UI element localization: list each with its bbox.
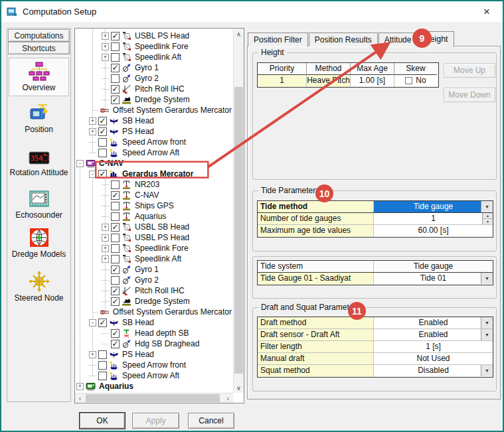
tree-item-label[interactable]: Gyro 1	[133, 264, 160, 275]
tree-checkbox[interactable]: ✓	[111, 287, 120, 295]
spinner-up-icon[interactable]: ▲	[483, 213, 493, 219]
scroll-left-icon[interactable]: ‹	[75, 394, 85, 403]
tree-checkbox[interactable]: ✓	[111, 32, 120, 40]
tree-checkbox[interactable]	[111, 180, 120, 189]
tree-expand-toggle[interactable]: +	[89, 117, 96, 125]
tree-item-label[interactable]: C-NAV	[133, 190, 160, 200]
cancel-button[interactable]: Cancel	[188, 413, 234, 429]
tree-row[interactable]: ✓Gyro 1	[75, 62, 233, 73]
tree-item-label[interactable]: SB Head	[121, 317, 155, 328]
sidebar-item-rotation-attitude[interactable]: 354 Rotation Attitude	[9, 147, 69, 177]
tree-item-label[interactable]: Speedlink Fore	[133, 41, 190, 52]
tree-checkbox[interactable]	[111, 244, 120, 253]
tree-checkbox[interactable]: ✓	[98, 170, 107, 179]
tree-checkbox[interactable]	[98, 361, 107, 370]
scroll-right-icon[interactable]: ›	[223, 394, 233, 403]
tree-checkbox[interactable]: ✓	[111, 223, 120, 232]
tree-expand-toggle[interactable]: -	[89, 319, 96, 326]
tree-row[interactable]: +USBL PS Head	[75, 232, 233, 243]
tree-row[interactable]: Gyro 2	[75, 73, 233, 84]
tree-row[interactable]: +✓USBL SB Head	[75, 222, 233, 232]
parameter-value[interactable]: Enabled▼	[374, 317, 493, 328]
tree-expand-toggle[interactable]: +	[76, 383, 84, 390]
skew-cell[interactable]: No	[394, 75, 437, 87]
tree-row[interactable]: Speed Arrow Aft	[75, 370, 233, 381]
scroll-thumb[interactable]	[86, 394, 220, 402]
tree-row[interactable]: ✓Head depth SB	[75, 328, 233, 338]
parameter-value[interactable]: Enabled▼	[374, 329, 493, 340]
tree-row[interactable]: +✓USBL PS Head	[75, 31, 233, 41]
tree-checkbox[interactable]	[111, 234, 120, 242]
tree-vertical-scrollbar[interactable]: ∧ ∨	[233, 29, 244, 393]
tree-row[interactable]: Offset System Gerardus Mercator	[75, 105, 233, 115]
tree-item-label[interactable]: Gyro 2	[133, 275, 160, 285]
shortcuts-button[interactable]: Shortcuts	[8, 42, 70, 54]
tree-item-label[interactable]: USBL PS Head	[133, 232, 191, 243]
tree-item-label[interactable]: USBL SB Head	[133, 222, 191, 232]
tree-checkbox[interactable]: ✓	[98, 117, 107, 125]
tree-expand-toggle[interactable]: +	[102, 255, 109, 263]
tree-row[interactable]: +Aquarius	[75, 381, 233, 392]
tree-checkbox[interactable]	[98, 372, 107, 380]
parameter-value[interactable]: 60.00 [s]	[374, 225, 493, 237]
apply-button[interactable]: Apply	[132, 413, 179, 429]
tree-item-label[interactable]: SB Head	[121, 115, 155, 126]
tree-item-label[interactable]: Speedlink Fore	[133, 243, 190, 253]
tree-checkbox[interactable]: ✓	[98, 319, 107, 327]
scroll-thumb[interactable]	[234, 87, 243, 374]
parameter-value[interactable]: Disabled▼	[374, 365, 493, 377]
tree-expand-toggle[interactable]: +	[102, 33, 109, 40]
parameter-value[interactable]: 1▲▼	[374, 213, 493, 224]
tree-item-label[interactable]: NR203	[133, 179, 161, 190]
sidebar-item-echosounder[interactable]: Echosounder	[9, 186, 69, 220]
tree-expand-toggle[interactable]: +	[102, 224, 109, 231]
tree-row[interactable]: ✓Pitch Roll IHC	[75, 84, 233, 94]
parameter-value[interactable]: 1 [s]	[374, 341, 493, 352]
tree-checkbox[interactable]	[111, 42, 120, 51]
tree-checkbox[interactable]	[111, 53, 120, 62]
tree-row[interactable]: Speed Arrow front	[75, 360, 233, 370]
dropdown-arrow-icon[interactable]: ▼	[481, 273, 493, 284]
tree-row[interactable]: Gyro 2	[75, 275, 233, 285]
sidebar-item-overview[interactable]: Overview	[9, 58, 69, 96]
spinner-down-icon[interactable]: ▼	[483, 219, 493, 224]
sidebar-item-position[interactable]: Position	[9, 100, 69, 137]
tree-checkbox[interactable]: ✓	[111, 329, 120, 338]
tree-item-label[interactable]: Aquarius	[133, 211, 167, 222]
tree-item-label[interactable]: Hdg SB Draghead	[133, 338, 201, 349]
tree-checkbox[interactable]	[98, 149, 107, 157]
tree-item-label[interactable]: Speed Arrow Aft	[121, 370, 181, 381]
sidebar-item-steered-node[interactable]: Steered Node	[9, 269, 69, 305]
tree-item-label[interactable]: Speed Arrow front	[121, 360, 187, 370]
tree-expand-toggle[interactable]: +	[102, 43, 109, 50]
tree-row[interactable]: -✓SB Head	[75, 317, 233, 328]
tree-item-label[interactable]: Ships GPS	[133, 200, 175, 211]
tab-height[interactable]: Height	[418, 31, 454, 47]
move-up-button[interactable]: Move Up	[444, 63, 495, 78]
tree-row[interactable]: Aquarius	[75, 211, 233, 222]
computations-button[interactable]: Computations	[8, 29, 70, 42]
parameter-value[interactable]: Not Used	[374, 353, 493, 364]
tree-item-label[interactable]: Speed Arrow front	[121, 137, 187, 147]
tree-row[interactable]: Offset System Gerardus Mercator	[75, 307, 233, 317]
tree-row[interactable]: ✓Dredge System	[75, 296, 233, 307]
tree-item-label[interactable]: Gerardus Mercator	[121, 169, 195, 179]
tree-item-label[interactable]: Gyro 1	[133, 62, 160, 73]
tree-horizontal-scrollbar[interactable]: ‹ ›	[75, 393, 233, 403]
tree-checkbox[interactable]	[111, 276, 120, 285]
tree-expand-toggle[interactable]: -	[76, 160, 84, 167]
tree-item-label[interactable]: Aquarius	[98, 381, 135, 392]
tree-checkbox[interactable]	[98, 138, 107, 147]
tree-row[interactable]: ✓Gyro 1	[75, 264, 233, 275]
tree-row[interactable]: -C-NAV	[75, 158, 233, 169]
tree-row[interactable]: Speed Arrow Aft	[75, 147, 233, 158]
dropdown-arrow-icon[interactable]: ▼	[481, 317, 493, 328]
tree-checkbox[interactable]	[111, 212, 120, 221]
tree-row[interactable]: +✓SB Head	[75, 115, 233, 126]
tree-checkbox[interactable]: ✓	[111, 297, 120, 306]
tree-checkbox[interactable]: ✓	[111, 96, 120, 104]
tree-row[interactable]: Ships GPS	[75, 200, 233, 211]
sidebar-item-dredge-models[interactable]: Dredge Models	[9, 225, 69, 262]
tree-item-label[interactable]: Pitch Roll IHC	[133, 84, 186, 94]
tree-item-label[interactable]: Speedlink Aft	[133, 253, 183, 264]
